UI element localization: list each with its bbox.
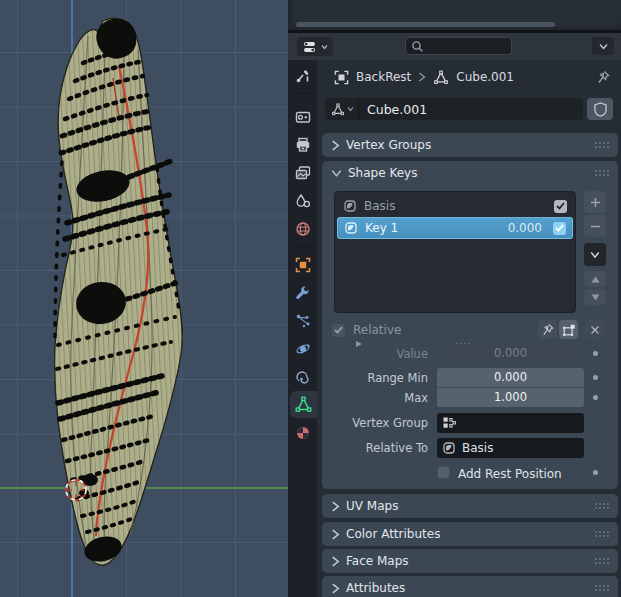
object-icon [334, 70, 349, 85]
shape-key-mute-checkbox[interactable] [554, 200, 567, 213]
viewport-3d[interactable] [0, 0, 288, 597]
breadcrumb-data[interactable]: Cube.001 [456, 70, 514, 84]
value-slider[interactable]: 0.000 [437, 344, 584, 363]
value-label: Value [322, 347, 428, 361]
close-icon [590, 325, 600, 335]
tab-object[interactable] [288, 251, 317, 278]
tab-output[interactable] [288, 131, 317, 158]
tab-modifiers[interactable] [288, 279, 317, 306]
pin-id-button[interactable] [596, 70, 610, 84]
breadcrumb: BackRest Cube.001 [322, 63, 618, 91]
relative-to-row: Relative To Basis [322, 438, 618, 458]
tab-object-data[interactable] [290, 391, 317, 418]
chevron-down-icon [321, 44, 328, 50]
vertex-group-field[interactable] [437, 413, 584, 433]
animate-decorator[interactable] [593, 351, 598, 356]
relative-checkbox[interactable] [332, 324, 345, 337]
value-row: Value 0.000 [322, 344, 618, 364]
chevron-right-icon [331, 529, 340, 540]
animate-decorator[interactable] [593, 470, 598, 475]
add-rest-checkbox[interactable] [437, 466, 450, 479]
tab-tool[interactable] [288, 62, 317, 89]
shape-key-row-key1[interactable]: Key 1 0.000 [337, 217, 573, 239]
vertex-group-label: Vertex Group [322, 416, 428, 430]
properties-editor: BackRest Cube.001 [288, 33, 621, 597]
tab-render[interactable] [288, 103, 317, 130]
range-max-label: Max [322, 391, 428, 405]
animate-decorator[interactable] [593, 395, 598, 400]
shape-key-specials-button[interactable] [584, 243, 606, 266]
range-min-label: Range Min [322, 371, 428, 385]
panel-drag-grip[interactable] [594, 557, 610, 565]
particles-icon [295, 313, 311, 329]
panel-drag-grip[interactable] [594, 530, 610, 538]
datablock-menu[interactable] [325, 98, 359, 120]
horizontal-scrollbar[interactable] [296, 22, 555, 27]
move-shape-key-down-button[interactable] [584, 289, 606, 305]
range-max-slider[interactable]: 1.000 [437, 388, 584, 407]
tab-material[interactable] [288, 419, 317, 446]
tab-view-layer[interactable] [288, 159, 317, 186]
tab-world[interactable] [288, 215, 317, 242]
physics-icon [295, 341, 311, 357]
panel-title: Face Maps [346, 554, 409, 568]
panel-drag-grip[interactable] [594, 584, 610, 592]
chevron-down-icon [590, 251, 600, 259]
shape-key-name: Basis [364, 199, 395, 213]
panel-title: Attributes [346, 581, 405, 595]
tab-physics[interactable] [288, 335, 317, 362]
search-input[interactable] [405, 37, 512, 55]
material-icon [295, 425, 311, 441]
shape-key-mute-checkbox[interactable] [553, 222, 566, 235]
shape-key-name: Key 1 [365, 221, 398, 235]
breadcrumb-object[interactable]: BackRest [356, 70, 411, 84]
chevron-right-icon [418, 72, 426, 82]
panel-attributes[interactable]: Attributes [322, 576, 618, 597]
mesh-data-icon [295, 396, 312, 413]
panel-face-maps[interactable]: Face Maps [322, 549, 618, 573]
panel-drag-grip[interactable] [594, 502, 610, 510]
tab-scene[interactable] [288, 187, 317, 214]
fake-user-button[interactable] [587, 98, 613, 120]
panel-shape-keys-header[interactable]: Shape Keys [322, 161, 618, 185]
edit-mode-display-button[interactable] [559, 320, 578, 339]
properties-header [288, 33, 621, 60]
shield-icon [594, 102, 607, 117]
name-value: Cube.001 [359, 102, 427, 117]
add-shape-key-button[interactable] [584, 191, 606, 213]
range-max-row: Max 1.000 [322, 388, 618, 408]
chevron-right-icon [331, 140, 340, 151]
panel-drag-grip[interactable] [594, 169, 610, 177]
clear-shape-keys-button[interactable] [584, 320, 606, 339]
tab-particles[interactable] [288, 307, 317, 334]
filter-dropdown-button[interactable] [592, 37, 614, 55]
panel-uv-maps[interactable]: UV Maps [322, 494, 618, 518]
shapekey-icon [344, 221, 358, 235]
chevron-right-icon [331, 556, 340, 567]
pin-icon [596, 70, 610, 84]
render-icon [295, 109, 311, 125]
chevron-right-icon [331, 583, 340, 594]
pin-shape-key-button[interactable] [538, 320, 557, 339]
search-icon [411, 40, 424, 53]
minus-icon [590, 221, 601, 232]
tab-constraints[interactable] [288, 363, 317, 390]
editor-type-button[interactable] [297, 37, 333, 56]
remove-shape-key-button[interactable] [584, 215, 606, 237]
panel-color-attributes[interactable]: Color Attributes [322, 522, 618, 546]
panel-title: UV Maps [346, 499, 398, 513]
panel-vertex-groups[interactable]: Vertex Groups [322, 133, 618, 157]
animate-decorator[interactable] [593, 375, 598, 380]
blender-window: BackRest Cube.001 [0, 0, 621, 597]
datablock-name-field[interactable]: Cube.001 [325, 98, 583, 120]
view-layer-icon [295, 165, 311, 181]
range-min-slider[interactable]: 0.000 [437, 368, 584, 387]
shape-key-row-basis[interactable]: Basis [337, 195, 573, 217]
shapekey-icon [343, 199, 357, 213]
shape-key-value: 0.000 [508, 221, 542, 235]
relative-to-field[interactable]: Basis [437, 438, 584, 458]
properties-editor-icon [303, 40, 320, 54]
panel-drag-grip[interactable] [594, 141, 610, 149]
move-shape-key-up-button[interactable] [584, 271, 606, 287]
tab-separator [292, 246, 313, 247]
